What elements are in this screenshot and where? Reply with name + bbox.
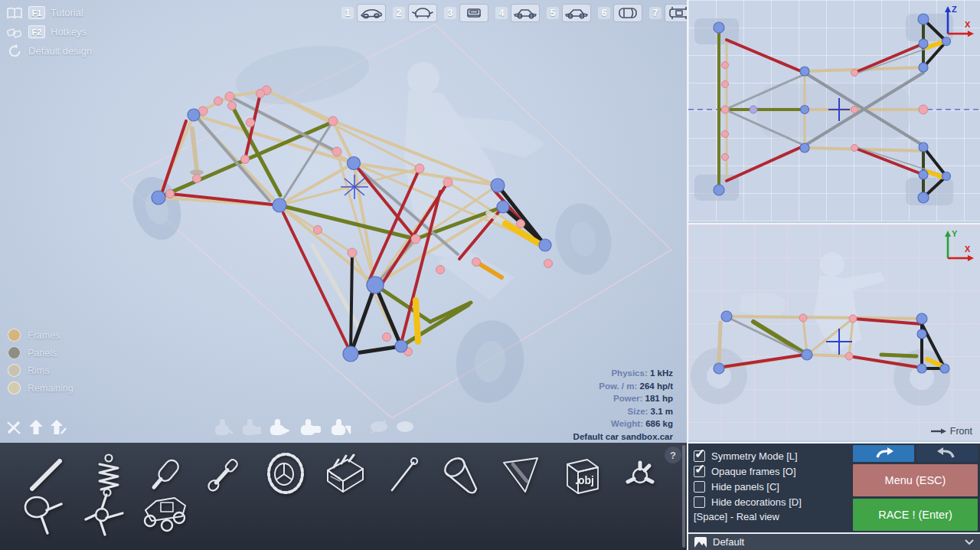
frames-color-dot [8,329,21,342]
car-builder-app: F1 Tutorial F2 Hotkeys Default design 1 [0,0,980,550]
view-slot-1[interactable]: 1 [341,4,386,22]
parts-palette: .obj ? [0,443,687,550]
book-icon [6,5,23,21]
car-front-icon[interactable] [408,4,437,22]
side-view-viewport[interactable]: Y X Front [688,223,980,440]
checkbox-icon[interactable] [694,450,705,462]
svg-text:Z: Z [952,5,957,14]
part-ball-joint-icon[interactable] [624,460,656,495]
grab-box-tool-icon[interactable] [299,418,322,441]
no-draw-pencil-icon[interactable] [5,418,23,440]
scene-image-icon [694,537,707,548]
legend-panels: Panels [8,344,74,362]
svg-text:X: X [965,244,971,254]
grab-tool-1-icon[interactable] [211,418,234,441]
f2-key-badge: F2 [28,25,45,38]
view-slot-4[interactable]: 4 [495,4,540,22]
car-side-right-icon[interactable] [511,4,540,22]
camera-view-slots: 1 2 3 4 [341,4,736,22]
part-engine-icon[interactable] [322,452,369,499]
build-options-panel: Symmetry Mode [L] Opaque frames [O] Hide… [688,442,980,532]
front-arrow-icon [931,428,946,434]
side-view-canvas[interactable] [688,224,980,440]
hide-decorations-checkbox[interactable]: Hide decorations [D] [694,495,802,509]
car-perspective-icon[interactable] [357,4,386,22]
legend-frames: Frames [8,326,74,344]
svg-text:X: X [965,20,971,29]
help-menu: F1 Tutorial F2 Hotkeys Default design [6,3,92,61]
legend-remaining: Remaining [8,379,74,397]
palette-help-button[interactable]: ? [665,447,681,463]
real-view-hint: [Space] - Real view [694,511,779,522]
tutorial-button[interactable]: F1 Tutorial [6,3,92,22]
view-slot-5[interactable]: 5 [547,4,591,22]
grab-tool-2-icon[interactable] [239,418,262,441]
part-steering-wheel-icon[interactable] [20,493,67,541]
part-sample-buggy-icon[interactable] [136,490,193,538]
view-slot-6[interactable]: 6 [598,4,642,22]
build-legend: Frames Panels Rims Remaining [8,326,74,397]
top-view-canvas[interactable] [688,0,980,221]
part-rod-icon[interactable] [24,453,67,499]
default-design-button[interactable]: Default design [6,41,92,61]
hotkeys-icon [6,25,23,40]
raise-edit-arrow-icon[interactable] [49,418,67,440]
part-hub-connector-icon[interactable] [81,492,126,541]
f1-key-badge: F1 [28,6,45,19]
right-panel: Z X [687,0,980,550]
center-marker [341,175,368,199]
main-3d-viewport[interactable]: F1 Tutorial F2 Hotkeys Default design 1 [0,0,687,443]
part-cone-icon[interactable] [438,452,485,501]
part-actuator-icon[interactable] [202,453,245,499]
checkbox-icon[interactable] [694,496,705,508]
part-antenna-icon[interactable] [381,453,424,499]
hide-eye-icon[interactable] [369,418,389,438]
car-top-cabin-icon[interactable] [613,4,642,22]
chevron-down-icon [965,539,974,545]
redo-arrow-icon [937,447,957,460]
redo-button[interactable] [916,445,978,462]
legend-rims: Rims [8,362,74,379]
grab-flag-tool-icon[interactable] [268,418,291,441]
palette-scrollbar[interactable] [682,445,685,548]
grab-corner-tool-icon[interactable] [329,418,352,441]
undo-arrow-icon [874,447,893,460]
view-slot-2[interactable]: 2 [393,4,437,22]
part-wheel-icon[interactable] [262,450,308,501]
raise-arrow-icon[interactable] [28,418,44,440]
ghost-driver-side [739,252,886,353]
checkbox-icon[interactable] [694,466,705,477]
default-design-label: Default design [28,45,92,57]
reset-icon [6,44,23,59]
part-obj-import-icon[interactable]: .obj [557,450,604,501]
race-button[interactable]: RACE ! (Enter) [853,499,978,531]
environment-preset-dropdown[interactable]: Default [688,532,980,550]
hide-panels-checkbox[interactable]: Hide panels [C] [694,480,779,493]
top-view-lavender-joint [750,106,757,113]
symmetry-mode-checkbox[interactable]: Symmetry Mode [L] [694,449,798,463]
svg-text:.obj: .obj [575,474,594,486]
panels-color-dot [8,346,21,359]
undo-button[interactable] [853,445,914,462]
side-view-axis-indicator: Y X [940,229,974,263]
tutorial-label: Tutorial [51,7,83,18]
show-eye-icon[interactable] [395,418,415,438]
menu-button[interactable]: Menu (ESC) [853,464,978,496]
top-view-viewport[interactable]: Z X [688,0,980,221]
hotkeys-label: Hotkeys [51,26,87,38]
svg-text:Y: Y [952,229,958,238]
view-slot-3[interactable]: 3 [444,4,488,22]
front-direction-label: Front [931,426,972,437]
top-view-axis-indicator: Z X [940,5,974,38]
viewport-toolbar [0,417,687,440]
hotkeys-button[interactable]: F2 Hotkeys [6,22,92,41]
part-panel-triangle-icon[interactable] [498,453,542,499]
remaining-color-dot [8,381,21,394]
rims-color-dot [8,364,21,377]
checkbox-icon[interactable] [694,481,705,493]
opaque-frames-checkbox[interactable]: Opaque frames [O] [694,464,796,478]
car-rear-icon[interactable] [459,4,488,22]
car-side-left-icon[interactable] [562,4,591,22]
